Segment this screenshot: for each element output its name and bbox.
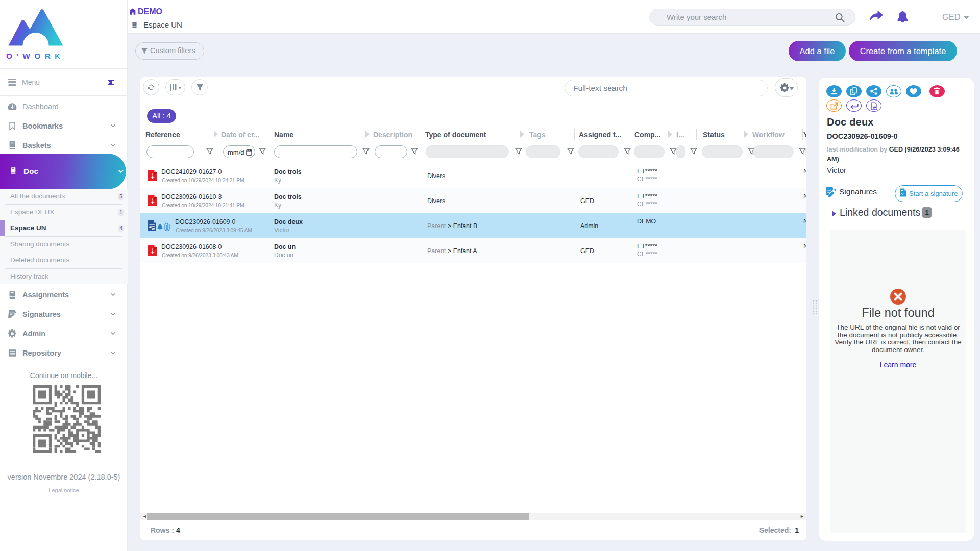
svg-text:w: w <box>152 227 155 231</box>
svg-text:O'WORK: O'WORK <box>6 52 65 60</box>
